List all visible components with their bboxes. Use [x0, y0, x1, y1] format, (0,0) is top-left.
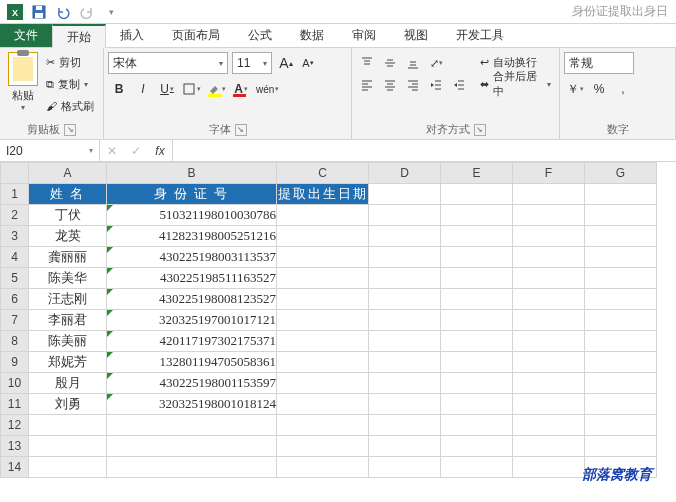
row-header[interactable]: 3 — [1, 226, 29, 247]
cell[interactable] — [513, 289, 585, 310]
paste-button[interactable]: 粘贴 — [12, 88, 34, 103]
fx-button[interactable]: fx — [148, 144, 172, 158]
tab-file[interactable]: 文件 — [0, 24, 52, 47]
cell[interactable] — [441, 394, 513, 415]
tab-home[interactable]: 开始 — [52, 24, 106, 48]
format-painter-button[interactable]: 🖌 格式刷 — [46, 96, 94, 116]
cell[interactable]: 龚丽丽 — [29, 247, 107, 268]
select-all-corner[interactable] — [1, 163, 29, 184]
cell[interactable] — [585, 310, 657, 331]
enter-formula-button[interactable]: ✓ — [124, 144, 148, 158]
phonetic-guide-button[interactable]: wén▾ — [254, 78, 281, 100]
column-header[interactable]: E — [441, 163, 513, 184]
row-header[interactable]: 11 — [1, 394, 29, 415]
cell[interactable] — [441, 268, 513, 289]
accounting-format-button[interactable]: ￥▾ — [564, 78, 586, 100]
cell[interactable] — [513, 436, 585, 457]
align-right-button[interactable] — [402, 74, 424, 96]
paste-icon[interactable] — [8, 52, 38, 86]
cell[interactable] — [441, 415, 513, 436]
align-middle-button[interactable] — [379, 52, 401, 74]
font-size-select[interactable]: 11▾ — [232, 52, 272, 74]
cell[interactable] — [513, 247, 585, 268]
cell[interactable] — [107, 457, 277, 478]
cell[interactable] — [441, 373, 513, 394]
table-header-cell[interactable]: 姓 名 — [29, 184, 107, 205]
cell[interactable] — [277, 394, 369, 415]
font-name-select[interactable]: 宋体▾ — [108, 52, 228, 74]
cell[interactable]: 殷月 — [29, 373, 107, 394]
cell[interactable] — [369, 184, 441, 205]
cell[interactable] — [277, 226, 369, 247]
decrease-font-button[interactable]: A▾ — [298, 52, 318, 74]
cell[interactable] — [29, 457, 107, 478]
underline-button[interactable]: U▾ — [156, 78, 178, 100]
cell[interactable] — [585, 247, 657, 268]
cell[interactable]: 汪志刚 — [29, 289, 107, 310]
cell[interactable] — [585, 436, 657, 457]
column-header[interactable]: D — [369, 163, 441, 184]
cell[interactable] — [369, 394, 441, 415]
cell[interactable] — [513, 457, 585, 478]
cell[interactable] — [585, 373, 657, 394]
cell[interactable]: 陈美丽 — [29, 331, 107, 352]
cell[interactable] — [369, 352, 441, 373]
orientation-button[interactable]: ⤢▾ — [425, 52, 447, 74]
cell[interactable] — [107, 415, 277, 436]
cell[interactable] — [277, 289, 369, 310]
cell[interactable] — [369, 373, 441, 394]
cell[interactable] — [513, 352, 585, 373]
column-header[interactable]: G — [585, 163, 657, 184]
number-format-select[interactable]: 常规 — [564, 52, 634, 74]
row-header[interactable]: 5 — [1, 268, 29, 289]
cell[interactable] — [277, 331, 369, 352]
row-header[interactable]: 4 — [1, 247, 29, 268]
cell[interactable] — [277, 352, 369, 373]
cell[interactable] — [441, 310, 513, 331]
cell[interactable]: 刘勇 — [29, 394, 107, 415]
formula-input[interactable] — [173, 140, 676, 161]
cell[interactable] — [277, 310, 369, 331]
increase-font-button[interactable]: A▴ — [276, 52, 296, 74]
cell[interactable] — [441, 436, 513, 457]
cell[interactable]: 丁伏 — [29, 205, 107, 226]
cell[interactable] — [107, 436, 277, 457]
cancel-formula-button[interactable]: ✕ — [100, 144, 124, 158]
cell[interactable] — [369, 226, 441, 247]
cell[interactable]: 320325197001017121 — [107, 310, 277, 331]
cell[interactable]: 510321198010030786 — [107, 205, 277, 226]
cell[interactable] — [441, 331, 513, 352]
row-header[interactable]: 2 — [1, 205, 29, 226]
cell[interactable] — [585, 268, 657, 289]
cell[interactable] — [585, 394, 657, 415]
cell[interactable]: 430225198008123527 — [107, 289, 277, 310]
cell[interactable] — [369, 205, 441, 226]
cell[interactable] — [441, 289, 513, 310]
bold-button[interactable]: B — [108, 78, 130, 100]
clipboard-dialog-launcher[interactable]: ↘ — [64, 124, 76, 136]
cell[interactable]: 郑妮芳 — [29, 352, 107, 373]
cell[interactable] — [585, 205, 657, 226]
cell[interactable] — [277, 415, 369, 436]
row-header[interactable]: 14 — [1, 457, 29, 478]
row-header[interactable]: 8 — [1, 331, 29, 352]
cell[interactable] — [441, 247, 513, 268]
percent-button[interactable]: % — [588, 78, 610, 100]
cell[interactable] — [513, 205, 585, 226]
row-header[interactable]: 7 — [1, 310, 29, 331]
cell[interactable]: 420117197302175371 — [107, 331, 277, 352]
increase-indent-button[interactable] — [448, 74, 470, 96]
table-header-cell[interactable]: 提取出生日期 — [277, 184, 369, 205]
cell[interactable] — [369, 289, 441, 310]
cell[interactable] — [513, 373, 585, 394]
cell[interactable] — [369, 310, 441, 331]
cell[interactable] — [441, 457, 513, 478]
tab-insert[interactable]: 插入 — [106, 24, 158, 47]
cell[interactable] — [277, 268, 369, 289]
alignment-dialog-launcher[interactable]: ↘ — [474, 124, 486, 136]
merge-center-button[interactable]: ⬌ 合并后居中 ▾ — [476, 74, 555, 94]
tab-review[interactable]: 审阅 — [338, 24, 390, 47]
tab-formulas[interactable]: 公式 — [234, 24, 286, 47]
cell[interactable]: 412823198005251216 — [107, 226, 277, 247]
cell[interactable]: 龙英 — [29, 226, 107, 247]
